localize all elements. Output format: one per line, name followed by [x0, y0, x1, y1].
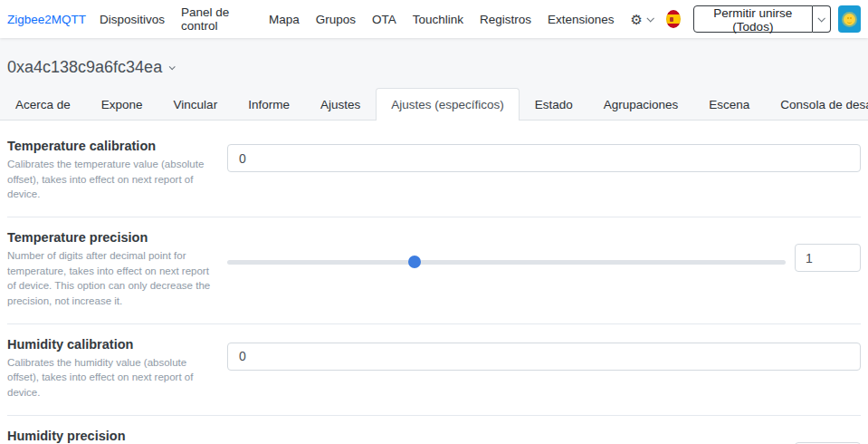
nav-item-map[interactable]: Mapa	[261, 13, 308, 26]
theme-toggle-button[interactable]	[838, 5, 861, 33]
temperature-calibration-input[interactable]	[227, 144, 861, 172]
setting-row-humidity-calibration: Humidity calibration Calibrates the humi…	[7, 324, 861, 416]
setting-title: Humidity calibration	[7, 337, 218, 352]
setting-description: Calibrates the humidity value (absolute …	[7, 355, 218, 401]
permit-join-dropdown-toggle[interactable]	[813, 5, 831, 33]
sun-icon	[844, 14, 855, 25]
permit-join-button[interactable]: Permitir unirse (Todos)	[693, 5, 812, 33]
settings-specific-panel: Temperature calibration Calibrates the t…	[0, 121, 868, 444]
tab-bind[interactable]: Vincular	[158, 88, 234, 121]
tab-clusters[interactable]: Agrupaciones	[588, 88, 694, 121]
humidity-calibration-input[interactable]	[227, 343, 861, 371]
spain-flag-icon[interactable]	[666, 10, 681, 28]
device-page-header: 0xa4c138c9a6fc34ea Acerca de Expone Vinc…	[0, 38, 868, 121]
nav-item-groups[interactable]: Grupos	[308, 13, 364, 26]
tab-dev-console[interactable]: Consola de desarrollo	[765, 88, 868, 121]
permit-join-split-button: Permitir unirse (Todos)	[693, 5, 831, 33]
tab-settings[interactable]: Ajustes	[305, 88, 376, 121]
setting-row-temperature-precision: Temperature precision Number of digits a…	[7, 217, 861, 324]
chevron-down-icon	[646, 14, 653, 22]
tab-settings-specific[interactable]: Ajustes (específicos)	[376, 88, 520, 121]
setting-title: Humidity precision	[7, 429, 218, 443]
setting-title: Temperature calibration	[7, 139, 218, 153]
brand-link[interactable]: Zigbee2MQTT	[7, 13, 86, 26]
settings-menu[interactable]: ⚙	[623, 13, 661, 26]
setting-row-humidity-precision: Humidity precision Number of digits afte…	[7, 416, 861, 444]
gear-icon: ⚙	[631, 13, 643, 26]
device-tabs: Acerca de Expone Vincular Informe Ajuste…	[0, 88, 868, 121]
setting-row-temperature-calibration: Temperature calibration Calibrates the t…	[7, 126, 861, 217]
nav-item-logs[interactable]: Registros	[472, 13, 539, 26]
slider-thumb[interactable]	[408, 256, 421, 268]
temperature-precision-slider[interactable]	[227, 260, 786, 265]
tab-reporting[interactable]: Informe	[233, 88, 305, 121]
top-navbar: Zigbee2MQTT Dispositivos Panel de contro…	[0, 0, 868, 38]
nav-item-extensions[interactable]: Extensiones	[539, 13, 623, 26]
tab-about[interactable]: Acerca de	[0, 88, 86, 121]
nav-item-devices[interactable]: Dispositivos	[91, 13, 173, 26]
tab-scene[interactable]: Escena	[693, 88, 765, 121]
tab-state[interactable]: Estado	[520, 88, 588, 121]
nav-item-touchlink[interactable]: Touchlink	[405, 13, 472, 26]
setting-title: Temperature precision	[7, 230, 218, 245]
tab-exposes[interactable]: Expone	[86, 88, 158, 121]
chevron-down-icon[interactable]	[169, 63, 176, 70]
nav-item-dashboard[interactable]: Panel de control	[173, 5, 261, 33]
nav-item-ota[interactable]: OTA	[364, 13, 405, 26]
chevron-down-icon	[818, 14, 825, 22]
temperature-precision-input[interactable]	[795, 244, 861, 272]
setting-description: Number of digits after decimal point for…	[7, 248, 218, 309]
setting-description: Calibrates the temperature value (absolu…	[7, 157, 218, 202]
page-title: 0xa4c138c9a6fc34ea	[7, 58, 162, 77]
